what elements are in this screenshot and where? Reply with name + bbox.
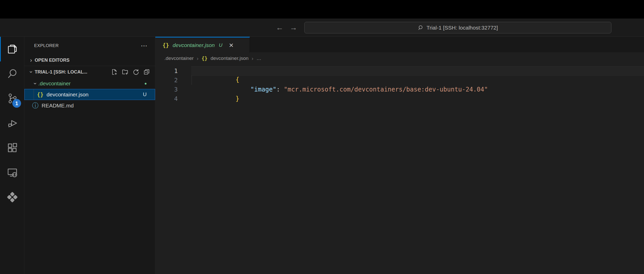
code-content: { "image": "mcr.microsoft.com/devcontain…: [191, 66, 644, 274]
tab-bar: {} devcontainer.json U ×: [155, 37, 644, 53]
breadcrumb-separator-icon: ›: [197, 55, 198, 61]
breadcrumb-file[interactable]: devcontainer.json: [211, 56, 249, 61]
tree-row-readme[interactable]: ⓘ README.md: [24, 100, 155, 111]
chevron-right-icon: ›: [28, 57, 34, 64]
search-magnifier-icon: [7, 68, 18, 79]
title-bar: ← → Trial-1 [SSH: localhost:32772]: [0, 19, 644, 37]
code-line-4: [191, 94, 644, 103]
file-name: README.md: [42, 103, 74, 109]
activity-containers-button[interactable]: [0, 185, 24, 209]
tab-close-icon[interactable]: ×: [229, 41, 234, 49]
file-name: devcontainer.json: [46, 92, 88, 98]
new-folder-icon[interactable]: [122, 69, 128, 75]
collapse-all-icon[interactable]: [143, 69, 150, 75]
chevron-down-icon: ›: [32, 80, 39, 87]
tree-row-devcontainer-folder[interactable]: › .devcontainer ●: [24, 78, 155, 89]
breadcrumb-folder[interactable]: .devcontainer: [164, 56, 194, 61]
indent-guide: [192, 76, 192, 85]
refresh-icon[interactable]: [132, 69, 139, 75]
sidebar-more-actions-icon[interactable]: ⋯: [141, 42, 148, 50]
command-center-label: Trial-1 [SSH: localhost:32772]: [427, 25, 498, 31]
code-line-3: }: [191, 85, 644, 94]
sidebar-title: EXPLORER: [34, 43, 59, 48]
source-control-badge: 1: [12, 99, 21, 108]
forward-arrow-icon: →: [290, 23, 297, 32]
vscode-window: ← → Trial-1 [SSH: localhost:32772]: [0, 0, 644, 274]
tab-label: devcontainer.json: [173, 42, 215, 48]
workspace-actions: [111, 69, 150, 75]
open-editors-label: OPEN EDITORS: [35, 58, 70, 63]
folder-name: .devcontainer: [38, 80, 71, 87]
run-debug-icon: [7, 117, 18, 129]
activity-extensions-button[interactable]: [0, 135, 24, 160]
sidebar-header: EXPLORER ⋯: [24, 37, 155, 55]
code-line-2: "image": "mcr.microsoft.com/devcontainer…: [191, 76, 644, 85]
activity-explorer-button[interactable]: [0, 37, 24, 61]
menu-bar-strip: [0, 0, 644, 19]
activity-remote-explorer-button[interactable]: [0, 160, 24, 185]
explorer-files-icon: [7, 43, 18, 55]
workspace-section-header[interactable]: › TRIAL-1 [SSH: LOCAL...: [24, 66, 155, 78]
workbench: 1: [0, 37, 644, 274]
tab-untracked-badge: U: [219, 42, 222, 48]
line-number: 4: [155, 94, 191, 103]
activity-search-button[interactable]: [0, 61, 24, 86]
back-arrow-icon: ←: [276, 23, 283, 32]
tree-row-devcontainer-json[interactable]: {} devcontainer.json U: [24, 89, 155, 100]
workspace-label: TRIAL-1 [SSH: LOCAL...: [35, 69, 87, 75]
line-number-gutter: 1 2 3 4: [155, 66, 191, 274]
readme-info-icon: ⓘ: [32, 102, 39, 109]
git-untracked-badge: U: [143, 92, 147, 97]
activity-source-control-button[interactable]: 1: [0, 86, 24, 111]
navigate-back-button[interactable]: ←: [274, 19, 286, 36]
code-editor[interactable]: 1 2 3 4 { "image": "mcr.microsoft.com/de…: [155, 64, 644, 274]
open-editors-section-header[interactable]: › OPEN EDITORS: [24, 55, 155, 66]
breadcrumb-symbol-ellipsis[interactable]: …: [257, 56, 261, 61]
extensions-icon: [7, 142, 18, 153]
json-file-icon: {}: [202, 56, 207, 61]
explorer-sidebar: EXPLORER ⋯ › OPEN EDITORS › TRIAL-1 [SSH…: [24, 37, 155, 274]
activity-run-debug-button[interactable]: [0, 111, 24, 135]
chevron-down-icon: ›: [28, 69, 34, 75]
tree-indent-guide: [34, 89, 34, 100]
navigate-forward-button[interactable]: →: [288, 19, 299, 36]
tab-devcontainer-json[interactable]: {} devcontainer.json U ×: [155, 37, 250, 53]
breadcrumb-separator-icon: ›: [252, 55, 253, 61]
remote-explorer-icon: [7, 167, 18, 178]
editor-group: {} devcontainer.json U × .devcontainer ›…: [155, 37, 644, 274]
breadcrumb: .devcontainer › {} devcontainer.json › …: [155, 53, 644, 64]
line-number: 3: [155, 85, 191, 94]
containers-diamond-icon: [6, 191, 18, 203]
code-line-1: {: [191, 66, 644, 76]
search-icon: [418, 25, 424, 31]
git-modified-dot: ●: [144, 81, 147, 86]
json-file-icon: {}: [163, 42, 169, 48]
line-number: 2: [155, 76, 191, 85]
json-file-icon: {}: [37, 92, 43, 98]
command-center-search[interactable]: Trial-1 [SSH: localhost:32772]: [304, 22, 611, 33]
activity-bar: 1: [0, 37, 24, 274]
new-file-icon[interactable]: [111, 69, 118, 75]
file-tree: › .devcontainer ● {} devcontainer.json U…: [24, 78, 155, 111]
line-number: 1: [155, 66, 191, 76]
